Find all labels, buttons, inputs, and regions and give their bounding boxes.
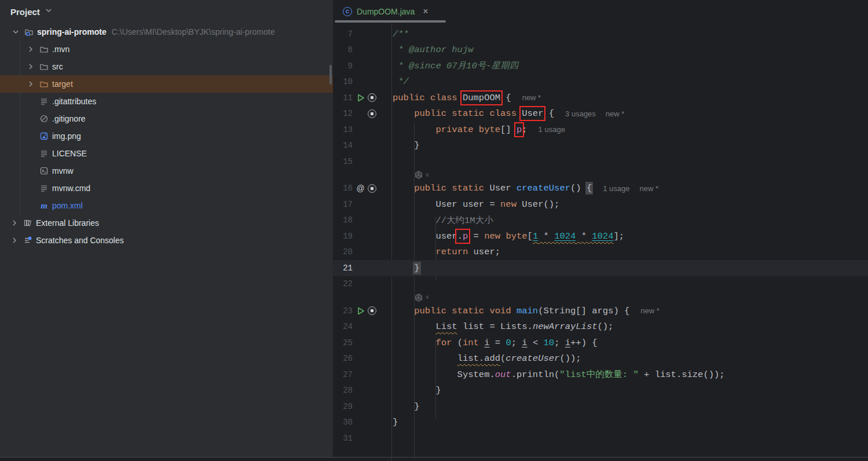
hint[interactable]: new * bbox=[639, 184, 658, 193]
code-line-17[interactable]: 17 User user = new User(); bbox=[333, 196, 868, 213]
line-number[interactable]: 25 bbox=[333, 338, 353, 347]
line-number[interactable]: 29 bbox=[333, 402, 353, 411]
chevron-down-icon[interactable] bbox=[44, 6, 53, 17]
chevron-down-icon[interactable]: ˅ bbox=[426, 172, 429, 178]
code-line-11[interactable]: 11public class DumpOOM {new * bbox=[333, 90, 868, 106]
chevron-right-icon[interactable] bbox=[24, 62, 37, 71]
code-line-13[interactable]: 13 private byte[] p;1 usage bbox=[333, 122, 868, 138]
class-gutter-icon[interactable] bbox=[367, 184, 377, 193]
hint[interactable]: 1 usage bbox=[603, 184, 629, 193]
line-number[interactable]: 7 bbox=[333, 30, 353, 39]
chevron-right-icon[interactable] bbox=[24, 79, 37, 89]
maven-file-icon: m bbox=[41, 201, 47, 211]
tree-item-.gitattributes[interactable]: .gitattributes bbox=[0, 93, 333, 110]
line-number[interactable]: 31 bbox=[333, 434, 353, 443]
code-vision-hints[interactable]: 3 usagesnew * bbox=[565, 109, 624, 118]
code-line-31[interactable]: 31 bbox=[333, 430, 868, 447]
annotation-gutter-icon[interactable]: @ bbox=[356, 184, 365, 193]
code-line-20[interactable]: 20 return user; bbox=[333, 244, 868, 261]
code-line-12[interactable]: 12 public static class User {3 usagesnew… bbox=[333, 106, 868, 122]
chevron-right-icon[interactable] bbox=[24, 45, 37, 54]
code-line-24[interactable]: 24 List list = Lists.newArrayList(); bbox=[333, 319, 868, 335]
code-vision-hints[interactable]: new * bbox=[522, 93, 541, 102]
line-number[interactable]: 30 bbox=[333, 418, 353, 427]
code-line-15[interactable]: 15 bbox=[333, 153, 868, 170]
line-number[interactable]: 20 bbox=[333, 247, 353, 257]
line-number[interactable]: 12 bbox=[333, 109, 353, 118]
chevron-down-icon[interactable] bbox=[9, 27, 22, 36]
line-number[interactable]: 8 bbox=[333, 45, 353, 54]
tree-item-img.png[interactable]: img.png bbox=[0, 127, 333, 145]
code-line-19[interactable]: 19 user.p = new byte[1 * 1024 * 1024]; bbox=[333, 228, 868, 244]
code-line-18[interactable]: 18 //大约1M大小 bbox=[333, 213, 868, 229]
code-line-21[interactable]: 21 } bbox=[333, 260, 868, 276]
tree-item-license[interactable]: LICENSE bbox=[0, 145, 333, 162]
panel-scrollbar-thumb[interactable] bbox=[329, 65, 332, 85]
code-line-26[interactable]: 26 list.add(createUser()); bbox=[333, 351, 868, 367]
run-button[interactable] bbox=[356, 93, 365, 103]
code-line-10[interactable]: 10 */ bbox=[333, 74, 868, 90]
code-vision-hints[interactable]: new * bbox=[640, 306, 660, 315]
ai-assistant-icon[interactable] bbox=[414, 170, 423, 180]
code-line-9[interactable]: 9 * @since 07月10号-星期四 bbox=[333, 58, 868, 74]
line-number[interactable]: 16 bbox=[333, 184, 353, 193]
close-icon[interactable]: × bbox=[423, 7, 428, 16]
line-number[interactable]: 15 bbox=[333, 157, 353, 166]
tree-item-.gitignore[interactable]: .gitignore bbox=[0, 110, 333, 127]
tree-item-mvnw[interactable]: mvnw bbox=[0, 162, 333, 180]
line-number[interactable]: 26 bbox=[333, 354, 353, 363]
line-number[interactable]: 19 bbox=[333, 232, 353, 241]
editor-tab[interactable]: C DumpOOM.java × bbox=[333, 0, 435, 23]
line-number[interactable]: 10 bbox=[333, 77, 353, 86]
hint[interactable]: 1 usage bbox=[539, 125, 565, 134]
code-line-29[interactable]: 29 } bbox=[333, 398, 868, 415]
code-line-7[interactable]: 7/** bbox=[333, 26, 868, 42]
code-line-25[interactable]: 25 for (int i = 0; i < 10; i++) { bbox=[333, 335, 868, 351]
code-vision-hints[interactable]: 1 usagenew * bbox=[603, 184, 658, 193]
class-gutter-icon[interactable] bbox=[367, 109, 377, 119]
code-line-23[interactable]: 23 public static void main(String[] args… bbox=[333, 303, 868, 319]
code-line-14[interactable]: 14 } bbox=[333, 138, 868, 154]
code-editor[interactable]: 7/**8 * @author hujw9 * @since 07月10号-星期… bbox=[333, 23, 868, 447]
line-number[interactable]: 13 bbox=[333, 125, 353, 134]
class-gutter-icon[interactable] bbox=[367, 93, 377, 103]
code-vision-hints[interactable]: 1 usage bbox=[539, 125, 565, 134]
line-number[interactable]: 14 bbox=[333, 141, 353, 150]
tree-item-mvnw.cmd[interactable]: mvnw.cmd bbox=[0, 180, 333, 197]
tree-item-pom.xml[interactable]: mpom.xml bbox=[0, 197, 333, 214]
project-panel-header[interactable]: Project bbox=[0, 0, 333, 23]
run-button[interactable] bbox=[356, 306, 365, 316]
line-number[interactable]: 21 bbox=[333, 264, 353, 273]
code-line-27[interactable]: 27 System.out.println("list中的数量: " + lis… bbox=[333, 367, 868, 383]
tree-item-.mvn[interactable]: .mvn bbox=[0, 41, 333, 58]
hint[interactable]: new * bbox=[640, 306, 660, 315]
line-number[interactable]: 24 bbox=[333, 322, 353, 331]
line-number[interactable]: 27 bbox=[333, 370, 353, 379]
code-line-22[interactable]: 22 bbox=[333, 276, 868, 292]
chevron-right-icon[interactable] bbox=[8, 236, 21, 245]
line-number[interactable]: 18 bbox=[333, 215, 353, 225]
code-line-8[interactable]: 8 * @author hujw bbox=[333, 42, 868, 58]
tree-item-spring-ai-promote[interactable]: spring-ai-promoteC:\Users\MI\Desktop\BYJ… bbox=[0, 23, 333, 41]
line-number[interactable]: 11 bbox=[333, 93, 353, 103]
line-number[interactable]: 22 bbox=[333, 279, 353, 288]
code-line-16[interactable]: 16@ public static User createUser() {1 u… bbox=[333, 181, 868, 197]
tree-item-external-libraries[interactable]: External Libraries bbox=[0, 214, 333, 232]
line-number[interactable]: 28 bbox=[333, 386, 353, 395]
line-number[interactable]: 17 bbox=[333, 200, 353, 209]
chevron-right-icon bbox=[26, 62, 35, 71]
tree-item-scratches-and-consoles[interactable]: Scratches and Consoles bbox=[0, 232, 333, 249]
line-number[interactable]: 9 bbox=[333, 61, 353, 71]
code-line-28[interactable]: 28 } bbox=[333, 383, 868, 399]
hint[interactable]: new * bbox=[522, 93, 541, 102]
ai-assistant-icon[interactable] bbox=[414, 293, 423, 302]
hint[interactable]: 3 usages bbox=[565, 109, 596, 118]
code-line-30[interactable]: 30} bbox=[333, 415, 868, 431]
chevron-right-icon[interactable] bbox=[8, 218, 21, 228]
tree-item-src[interactable]: src bbox=[0, 58, 333, 75]
class-gutter-icon[interactable] bbox=[367, 306, 377, 316]
tree-item-target[interactable]: target bbox=[0, 75, 333, 93]
line-number[interactable]: 23 bbox=[333, 306, 353, 316]
chevron-down-icon[interactable]: ˅ bbox=[426, 294, 429, 301]
hint[interactable]: new * bbox=[606, 109, 625, 118]
